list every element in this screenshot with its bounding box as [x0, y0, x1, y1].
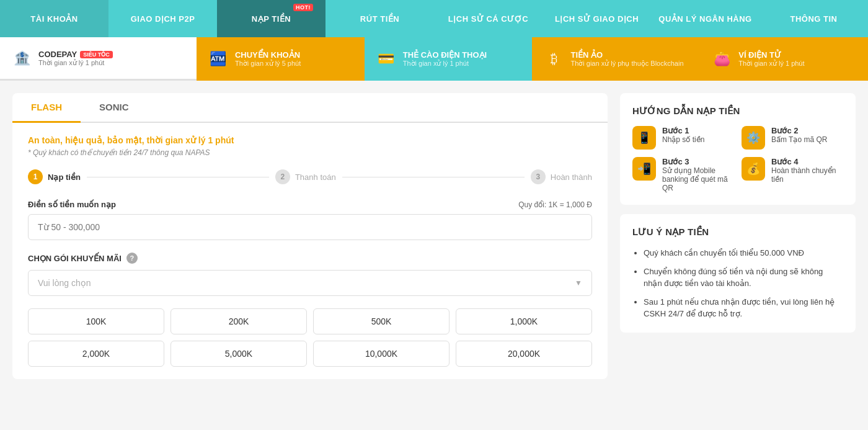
step-circle-1: 2	[275, 169, 290, 184]
amount-button-10000K[interactable]: 10,000K	[313, 341, 450, 367]
payment-icon-the-cao: 💳	[377, 51, 396, 67]
guide-icon-0: 📱	[632, 126, 656, 150]
guide-box: HƯỚNG DẪN NẠP TIỀN 📱Bước 1Nhập số tiền⚙️…	[620, 93, 856, 205]
payment-title-chuyen-khoan: CHUYỂN KHOẢN	[235, 50, 301, 60]
notes-box: LƯU Ý NẠP TIỀN Quý khách cần chuyển tối …	[620, 214, 856, 333]
payment-subtitle-tien-ao: Thời gian xử lý phụ thuộc Blockchain	[570, 60, 683, 68]
amount-button-20000K[interactable]: 20,000K	[456, 341, 592, 367]
guide-step-title-0: Bước 1	[662, 126, 704, 135]
nav-item-rut-tien[interactable]: RÚT TIỀN	[326, 0, 434, 37]
guide-step-title-2: Bước 3	[662, 157, 734, 166]
promotion-label: CHỌN GÓI KHUYẾN MÃI ?	[28, 253, 592, 264]
step-1: 2Thanh toán	[275, 169, 336, 184]
guide-step-desc-3: Hoàn thành chuyển tiền	[771, 166, 843, 184]
note-item: Quý khách cần chuyển tối thiểu 50.000 VN…	[644, 247, 843, 259]
guide-step-desc-2: Sử dụng Mobile banking để quét mã QR	[662, 166, 734, 192]
amount-input[interactable]	[28, 214, 592, 240]
step-0: 1Nạp tiền	[28, 169, 81, 184]
nav-list: TÀI KHOẢNGIAO DỊCH P2PNẠP TIỀNHOT!RÚT TI…	[0, 0, 868, 37]
nav-item-giao-dich-p2p[interactable]: GIAO DỊCH P2P	[108, 0, 217, 37]
top-nav: TÀI KHOẢNGIAO DỊCH P2PNẠP TIỀNHOT!RÚT TI…	[0, 0, 868, 37]
guide-step-desc-1: Bấm Tạo mã QR	[771, 135, 827, 144]
tab-sonic[interactable]: SONIC	[81, 93, 148, 123]
right-panel: HƯỚNG DẪN NẠP TIỀN 📱Bước 1Nhập số tiền⚙️…	[620, 93, 856, 379]
guide-icon-3: 💰	[742, 157, 765, 181]
nav-item-lich-su-ca-cuoc[interactable]: LỊCH SỬ CÁ CƯỢC	[434, 0, 542, 37]
step-circle-2: 3	[531, 169, 546, 184]
step-label-0: Nạp tiền	[48, 172, 81, 182]
guide-icon-2: 📲	[632, 157, 656, 181]
safety-text: An toàn, hiệu quả, bảo mật, thời gian xử…	[28, 135, 592, 145]
payment-icon-chuyen-khoan: 🏧	[209, 51, 228, 67]
hot-badge: HOT!	[293, 4, 313, 11]
step-line-1	[87, 177, 269, 177]
payment-title-codepay: CODEPAYSIÊU TỐC	[38, 50, 113, 59]
nav-item-tai-khoan[interactable]: TÀI KHOẢN	[0, 0, 108, 37]
payment-icon-codepay: 🏦	[12, 50, 31, 66]
amount-button-100K[interactable]: 100K	[28, 308, 164, 334]
payment-method-tien-ao[interactable]: ₿TIỀN ẢOThời gian xử lý phụ thuộc Blockc…	[532, 37, 700, 81]
payment-method-the-cao[interactable]: 💳THẺ CÀO ĐIỆN THOẠIThời gian xử lý 1 phú…	[365, 37, 533, 81]
guide-step-desc-0: Nhập số tiền	[662, 135, 704, 144]
guide-step-title-1: Bước 2	[771, 126, 827, 135]
payment-title-the-cao: THẺ CÀO ĐIỆN THOẠI	[403, 50, 487, 60]
tabs-container: FLASHSONIC	[12, 93, 608, 123]
left-panel: FLASHSONIC An toàn, hiệu quả, bảo mật, t…	[12, 93, 608, 379]
amount-buttons-grid: 100K200K500K1,000K2,000K5,000K10,000K20,…	[28, 308, 592, 367]
steps-indicator: 1Nạp tiền2Thanh toán3Hoàn thành	[28, 169, 592, 184]
payment-title-tien-ao: TIỀN ẢO	[570, 50, 683, 60]
nav-item-nap-tien[interactable]: NẠP TIỀNHOT!	[217, 0, 326, 37]
payment-icon-tien-ao: ₿	[544, 51, 563, 67]
payment-method-vi-dien-tu[interactable]: 👛VÍ ĐIỆN TỬThời gian xử lý 1 phút	[700, 37, 868, 81]
payment-subtitle-codepay: Thời gian xử lý 1 phút	[38, 59, 113, 67]
step-line-2	[342, 177, 525, 177]
guide-icon-1: ⚙️	[742, 126, 765, 150]
step-label-2: Hoàn thành	[551, 172, 592, 182]
guide-grid: 📱Bước 1Nhập số tiền⚙️Bước 2Bấm Tạo mã QR…	[632, 126, 843, 192]
amount-button-2000K[interactable]: 2,000K	[28, 341, 164, 367]
payment-bar: 🏦CODEPAYSIÊU TỐCThời gian xử lý 1 phút🏧C…	[0, 37, 868, 81]
dropdown-arrow-icon: ▼	[575, 279, 582, 287]
note-item: Sau 1 phút nếu chưa nhận được tiền, vui …	[644, 296, 843, 320]
payment-subtitle-vi-dien-tu: Thời gian xử lý 1 phút	[738, 60, 804, 68]
amount-button-500K[interactable]: 500K	[313, 308, 450, 334]
notes-title: LƯU Ý NẠP TIỀN	[632, 226, 843, 238]
amount-button-1000K[interactable]: 1,000K	[456, 308, 592, 334]
guide-step-2: 📲Bước 3Sử dụng Mobile banking để quét mã…	[632, 157, 734, 192]
payment-subtitle-chuyen-khoan: Thời gian xử lý 5 phút	[235, 60, 301, 68]
napas-note: * Quý khách có thể chuyển tiền 24/7 thôn…	[28, 148, 592, 157]
payment-method-codepay[interactable]: 🏦CODEPAYSIÊU TỐCThời gian xử lý 1 phút	[0, 37, 197, 81]
step-2: 3Hoàn thành	[531, 169, 592, 184]
payment-method-chuyen-khoan[interactable]: 🏧CHUYỂN KHOẢNThời gian xử lý 5 phút	[197, 37, 365, 81]
amount-button-200K[interactable]: 200K	[170, 308, 307, 334]
nav-item-lich-su-giao-dich[interactable]: LỊCH SỬ GIAO DỊCH	[542, 0, 651, 37]
payment-icon-vi-dien-tu: 👛	[712, 51, 731, 67]
note-item: Chuyển không đúng số tiền và nội dung sẽ…	[644, 266, 843, 290]
payment-subtitle-the-cao: Thời gian xử lý 1 phút	[403, 60, 487, 68]
amount-button-5000K[interactable]: 5,000K	[170, 341, 307, 367]
tab-flash[interactable]: FLASH	[12, 93, 81, 123]
notes-list: Quý khách cần chuyển tối thiểu 50.000 VN…	[632, 247, 843, 320]
guide-step-1: ⚙️Bước 2Bấm Tạo mã QR	[742, 126, 843, 150]
guide-step-title-3: Bước 4	[771, 157, 843, 166]
nav-item-thong-tin[interactable]: THÔNG TIN	[760, 0, 868, 37]
guide-title: HƯỚNG DẪN NẠP TIỀN	[632, 105, 843, 117]
promotion-dropdown[interactable]: Vui lòng chọn ▼	[28, 270, 592, 296]
guide-step-0: 📱Bước 1Nhập số tiền	[632, 126, 734, 150]
step-circle-0: 1	[28, 169, 43, 184]
step-label-1: Thanh toán	[295, 172, 336, 182]
amount-field-label: Điền số tiền muốn nạp Quy đổi: 1K = 1,00…	[28, 200, 592, 209]
nav-item-quan-ly-ngan-hang[interactable]: QUẢN LÝ NGÂN HÀNG	[651, 0, 760, 37]
pm-badge-codepay: SIÊU TỐC	[80, 51, 113, 58]
guide-step-3: 💰Bước 4Hoàn thành chuyển tiền	[742, 157, 843, 192]
payment-title-vi-dien-tu: VÍ ĐIỆN TỬ	[738, 50, 804, 60]
help-icon[interactable]: ?	[126, 253, 138, 264]
